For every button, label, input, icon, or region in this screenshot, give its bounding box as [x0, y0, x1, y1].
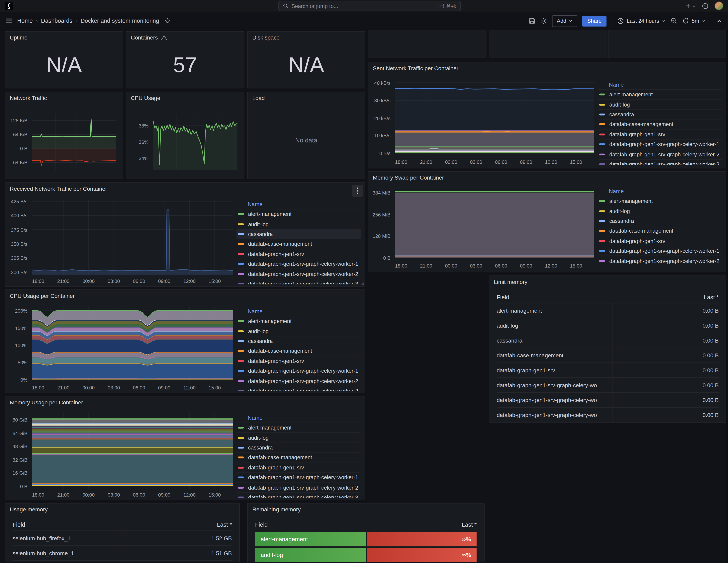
- panel-title[interactable]: Load: [252, 95, 265, 102]
- share-button[interactable]: Share: [582, 16, 607, 26]
- refresh-picker[interactable]: 5m: [682, 18, 706, 24]
- legend-item[interactable]: datafab-case-management: [598, 120, 722, 130]
- column-header-field[interactable]: Field: [497, 294, 509, 301]
- panel-title[interactable]: Remaining memory: [252, 506, 301, 513]
- column-header-field[interactable]: Field: [13, 522, 25, 528]
- panel-title[interactable]: Usage memory: [10, 506, 48, 513]
- panel-title[interactable]: CPU Usage per Container: [10, 293, 75, 299]
- legend-item[interactable]: alert-management: [236, 423, 361, 433]
- panel-title[interactable]: Memory Swap per Container: [373, 175, 444, 181]
- legend-item[interactable]: datafab-graph-gen1-srv-graph-celery-work…: [236, 493, 361, 498]
- legend-item[interactable]: datafab-graph-gen1-srv-graph-celery-work…: [236, 366, 361, 376]
- panel-title[interactable]: Network Traffic: [10, 95, 47, 102]
- legend-item[interactable]: datafab-graph-gen1-srv-graph-celery-work…: [598, 266, 722, 269]
- legend-item[interactable]: datafab-graph-gen1-srv-graph-celery-work…: [598, 140, 722, 150]
- legend-item[interactable]: datafab-graph-gen1-srv-graph-celery-work…: [598, 246, 722, 256]
- legend-item[interactable]: cassandra: [236, 229, 361, 239]
- legend-item[interactable]: alert-management: [236, 209, 361, 219]
- legend-item[interactable]: datafab-graph-gen1-srv: [236, 249, 361, 259]
- chart-plot[interactable]: [32, 200, 233, 275]
- chart-plot[interactable]: [32, 307, 233, 382]
- column-header-last[interactable]: Last *: [462, 522, 477, 528]
- time-range-picker[interactable]: Last 24 hours: [617, 18, 666, 24]
- legend-color-marker: [238, 233, 244, 235]
- panel-title[interactable]: Uptime: [10, 35, 28, 41]
- legend-item[interactable]: datafab-graph-gen1-srv-graph-celery-work…: [236, 259, 361, 269]
- column-header-last[interactable]: Last *: [217, 522, 232, 528]
- legend-item[interactable]: datafab-graph-gen1-srv: [236, 463, 361, 473]
- legend-color-marker: [599, 114, 605, 115]
- breadcrumb-dashboards[interactable]: Dashboards: [41, 18, 72, 24]
- new-menu-button[interactable]: [685, 3, 696, 9]
- save-icon[interactable]: [529, 18, 535, 24]
- panel-resize-handle[interactable]: [361, 282, 364, 285]
- panel-title[interactable]: Memory Usage per Container: [10, 399, 83, 406]
- collapse-chevron-up-icon[interactable]: [716, 18, 722, 24]
- chart-plot[interactable]: [32, 413, 233, 489]
- legend-item[interactable]: datafab-graph-gen1-srv-graph-celery-work…: [598, 150, 722, 160]
- legend-item[interactable]: datafab-graph-gen1-srv-graph-celery-work…: [236, 269, 361, 279]
- legend-item[interactable]: datafab-graph-gen1-srv-graph-celery-work…: [236, 279, 361, 284]
- scrollbar-track[interactable]: [726, 30, 728, 563]
- legend-item[interactable]: cassandra: [598, 110, 722, 120]
- legend-item[interactable]: cassandra: [598, 216, 722, 226]
- column-header-last[interactable]: Last *: [704, 294, 719, 301]
- legend-item[interactable]: audit-log: [236, 326, 361, 336]
- panel-title[interactable]: Containers: [131, 35, 167, 41]
- star-icon[interactable]: [164, 18, 171, 24]
- panel-title[interactable]: Received Network Traffic per Container: [10, 186, 107, 192]
- legend-item[interactable]: datafab-graph-gen1-srv: [598, 130, 722, 140]
- table-row: alert-management 0.00 B: [497, 303, 719, 318]
- legend-item[interactable]: datafab-graph-gen1-srv: [236, 356, 361, 366]
- legend-item[interactable]: alert-management: [598, 90, 722, 100]
- legend-header[interactable]: Name: [236, 307, 361, 316]
- table-row: datafab-graph-gen1-srv-graph-celery-wo 0…: [497, 392, 719, 407]
- legend-item[interactable]: audit-log: [236, 219, 361, 229]
- legend-item[interactable]: datafab-case-management: [236, 453, 361, 463]
- legend-item[interactable]: datafab-case-management: [236, 346, 361, 356]
- chart-plot[interactable]: [153, 114, 237, 170]
- grafana-logo[interactable]: [5, 2, 13, 10]
- chart-plot[interactable]: [395, 187, 594, 260]
- panel-menu-kebab-icon[interactable]: [352, 185, 363, 197]
- zoom-out-icon[interactable]: [671, 18, 677, 24]
- legend-header[interactable]: Name: [598, 80, 722, 90]
- legend-item[interactable]: datafab-graph-gen1-srv-graph-celery-work…: [598, 256, 722, 266]
- legend-color-marker: [238, 360, 244, 362]
- settings-gear-icon[interactable]: [540, 18, 547, 24]
- search-input[interactable]: Search or jump to... ⌘+k: [278, 1, 461, 11]
- legend-item[interactable]: datafab-graph-gen1-srv-graph-celery-work…: [236, 473, 361, 483]
- column-header-field[interactable]: Field: [255, 522, 268, 528]
- panel-title[interactable]: Sent Network Traffic per Container: [373, 65, 458, 72]
- help-icon[interactable]: ?: [702, 3, 708, 9]
- legend-header[interactable]: Name: [598, 187, 722, 196]
- legend-header[interactable]: Name: [236, 413, 361, 423]
- add-button[interactable]: Add: [552, 15, 577, 27]
- legend-item[interactable]: datafab-case-management: [598, 226, 722, 236]
- legend-item[interactable]: audit-log: [598, 206, 722, 216]
- legend-item[interactable]: audit-log: [236, 433, 361, 443]
- panel-title[interactable]: Limit memory: [494, 279, 527, 285]
- breadcrumb-home[interactable]: Home: [17, 18, 33, 24]
- legend-item[interactable]: alert-management: [598, 196, 722, 206]
- legend-item[interactable]: alert-management: [236, 316, 361, 326]
- panel-title[interactable]: CPU Usage: [131, 95, 160, 102]
- value-cell: 0.00 B: [612, 318, 719, 333]
- legend-item[interactable]: audit-log: [598, 100, 722, 110]
- legend-item[interactable]: datafab-graph-gen1-srv-graph-celery-work…: [236, 386, 361, 391]
- legend-item[interactable]: datafab-graph-gen1-srv-graph-celery-work…: [236, 483, 361, 493]
- legend-item[interactable]: cassandra: [236, 443, 361, 453]
- chart-plot[interactable]: [395, 80, 594, 156]
- legend-item[interactable]: datafab-graph-gen1-srv: [598, 236, 722, 246]
- legend-label: audit-log: [248, 221, 269, 227]
- menu-icon[interactable]: [6, 18, 13, 24]
- legend-header[interactable]: Name: [236, 200, 361, 209]
- legend-item[interactable]: datafab-graph-gen1-srv-graph-celery-work…: [598, 159, 722, 165]
- value-cell: 0.00 B: [612, 408, 719, 422]
- panel-title[interactable]: Disk space: [252, 35, 280, 41]
- legend-item[interactable]: cassandra: [236, 336, 361, 346]
- chart-plot[interactable]: [32, 114, 116, 170]
- legend-item[interactable]: datafab-graph-gen1-srv-graph-celery-work…: [236, 376, 361, 386]
- user-avatar[interactable]: [714, 1, 723, 10]
- legend-item[interactable]: datafab-case-management: [236, 239, 361, 249]
